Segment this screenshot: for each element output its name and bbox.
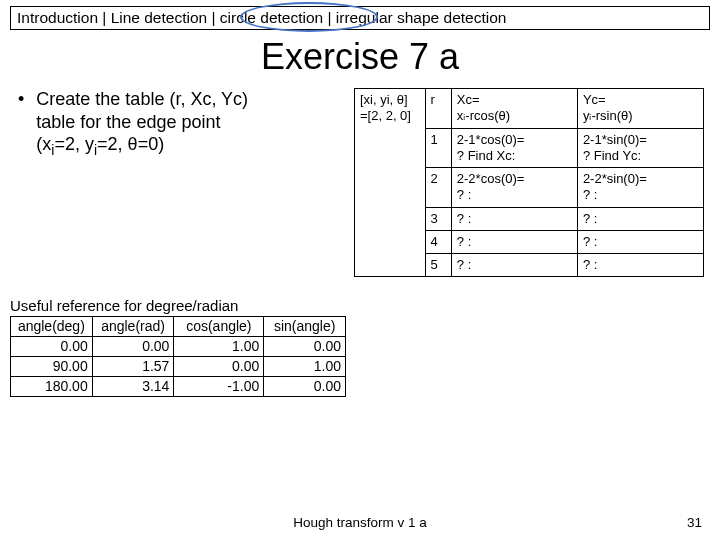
bullet-block: • Create the table (r, Xc, Yc) table for…	[14, 88, 344, 277]
breadcrumb-container: Introduction | Line detection | circle d…	[10, 6, 710, 30]
ref-h-rad: angle(rad)	[92, 316, 174, 336]
ref-h-deg: angle(deg)	[11, 316, 93, 336]
edge-point-cell: [xi, yi, θ] =[2, 2, 0]	[355, 89, 426, 277]
reference-caption: Useful reference for degree/radian	[10, 298, 346, 315]
table-row: [xi, yi, θ] =[2, 2, 0] r Xc= xᵢ-rcos(θ) …	[355, 89, 704, 129]
xc-header: Xc= xᵢ-rcos(θ)	[451, 89, 577, 129]
table-row: angle(deg) angle(rad) cos(angle) sin(ang…	[11, 316, 346, 336]
table-row: 180.00 3.14 -1.00 0.00	[11, 376, 346, 396]
bullet-line1: Create the table (r, Xc, Yc)	[36, 88, 248, 111]
reference-block: Useful reference for degree/radian angle…	[10, 298, 346, 397]
table-row: 0.00 0.00 1.00 0.00	[11, 336, 346, 356]
yc-header: Yc= yᵢ-rsin(θ)	[577, 89, 703, 129]
ref-h-sin: sin(angle)	[264, 316, 346, 336]
bullet-line2: table for the edge point	[36, 111, 248, 134]
content-row: • Create the table (r, Xc, Yc) table for…	[0, 88, 720, 277]
bullet-line3: (xi=2, yi=2, θ=0)	[36, 133, 248, 159]
breadcrumb: Introduction | Line detection | circle d…	[10, 6, 710, 30]
table-row: 90.00 1.57 0.00 1.00	[11, 356, 346, 376]
reference-table: angle(deg) angle(rad) cos(angle) sin(ang…	[10, 316, 346, 397]
footer-text: Hough transform v 1 a	[0, 515, 720, 530]
bullet-dot: •	[14, 88, 24, 159]
bullet-text: Create the table (r, Xc, Yc) table for t…	[36, 88, 248, 159]
page-title: Exercise 7 a	[0, 36, 720, 78]
ref-h-cos: cos(angle)	[174, 316, 264, 336]
r-header: r	[425, 89, 451, 129]
calc-table-container: [xi, yi, θ] =[2, 2, 0] r Xc= xᵢ-rcos(θ) …	[354, 88, 706, 277]
page-number: 31	[687, 515, 702, 530]
calc-table: [xi, yi, θ] =[2, 2, 0] r Xc= xᵢ-rcos(θ) …	[354, 88, 704, 277]
